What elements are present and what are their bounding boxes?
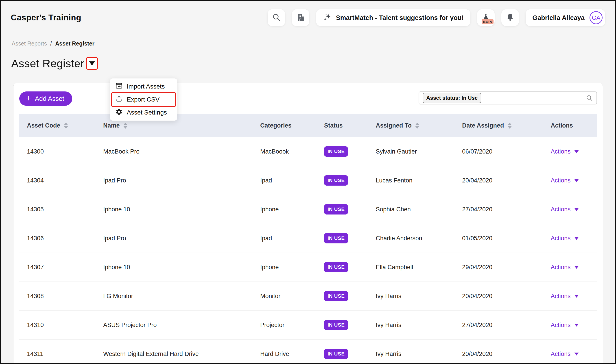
actions-label: Actions — [551, 235, 571, 242]
cell-name: Ipad Pro — [103, 177, 260, 184]
table-row: 14307Iphone 10IphoneIN USEElla Campbell2… — [19, 253, 597, 282]
import-icon — [115, 82, 123, 91]
add-asset-button[interactable]: + Add Asset — [19, 91, 72, 106]
sort-icon[interactable] — [508, 123, 512, 129]
filter-chip[interactable]: Asset status: In Use — [423, 93, 481, 103]
smartmatch-label: SmartMatch - Talent suggestions for you! — [336, 14, 464, 22]
topbar-actions: SmartMatch - Talent suggestions for you!… — [268, 9, 605, 26]
labs-button[interactable]: BETA — [477, 9, 495, 26]
row-actions-button[interactable]: Actions — [551, 235, 597, 242]
row-actions-button[interactable]: Actions — [551, 206, 597, 213]
menu-item-label: Import Assets — [127, 83, 165, 90]
sparkles-icon — [323, 13, 332, 23]
table-row: 14304Ipad ProIpadIN USELucas Fenton20/04… — [19, 166, 597, 195]
table-row: 14300MacBook ProMacBoookIN USESylvain Ga… — [19, 137, 597, 166]
cell-date-assigned: 01/05/2020 — [462, 235, 551, 242]
topbar: Casper's Training SmartMatch - Talent su… — [1, 1, 615, 35]
column-header-date-assigned[interactable]: Date Assigned — [462, 122, 551, 129]
menu-item-export-csv[interactable]: Export CSV — [110, 93, 177, 106]
cell-date-assigned: 20/04/2020 — [462, 177, 551, 184]
cell-assigned-to: Ivy Harris — [376, 351, 462, 358]
actions-label: Actions — [551, 206, 571, 213]
beta-badge: BETA — [482, 19, 494, 24]
menu-item-import-assets[interactable]: Import Assets — [110, 80, 177, 93]
asset-register-card: + Add Asset Asset status: In Use Asset C… — [13, 83, 603, 363]
cell-name: Iphone 10 — [103, 206, 260, 213]
cell-date-assigned: 06/07/2020 — [462, 148, 551, 155]
sort-icon[interactable] — [64, 123, 68, 129]
row-actions-button[interactable]: Actions — [551, 148, 597, 155]
sort-icon[interactable] — [415, 123, 419, 129]
status-badge: IN USE — [324, 291, 348, 301]
cell-date-assigned: 27/04/2020 — [462, 322, 551, 329]
cell-assigned-to: Sophia Chen — [376, 206, 462, 213]
cell-status: IN USE — [324, 320, 376, 330]
cell-asset-code: 14304 — [27, 177, 103, 184]
cell-status: IN USE — [324, 233, 376, 243]
status-badge: IN USE — [324, 349, 348, 359]
bell-icon — [506, 13, 515, 23]
company-switcher-button[interactable] — [292, 9, 309, 26]
chevron-down-icon — [574, 208, 579, 211]
chevron-down-icon — [574, 150, 579, 153]
cell-assigned-to: Ivy Harris — [376, 293, 462, 300]
chevron-down-icon — [574, 295, 579, 298]
cell-status: IN USE — [324, 291, 376, 301]
cell-name: MacBook Pro — [103, 148, 260, 155]
cell-asset-code: 14300 — [27, 148, 103, 155]
status-badge: IN USE — [324, 146, 348, 157]
title-dropdown-menu: Import AssetsExport CSVAsset Settings — [110, 78, 177, 121]
column-label: Categories — [260, 122, 292, 129]
table-body: 14300MacBook ProMacBoookIN USESylvain Ga… — [13, 137, 603, 363]
chevron-down-icon — [574, 324, 579, 326]
plus-icon: + — [26, 93, 31, 103]
column-label: Assigned To — [376, 122, 412, 129]
column-label: Status — [324, 122, 343, 129]
user-menu-button[interactable]: Gabriella Alicaya GA — [526, 9, 605, 26]
row-actions-button[interactable]: Actions — [551, 322, 597, 329]
actions-label: Actions — [551, 293, 571, 300]
search-icon — [586, 94, 593, 102]
cell-status: IN USE — [324, 262, 376, 272]
breadcrumb-parent[interactable]: Asset Reports — [12, 40, 47, 47]
sort-icon[interactable] — [123, 123, 127, 129]
column-header-name[interactable]: Name — [103, 122, 260, 129]
cell-name: Iphone 10 — [103, 264, 260, 271]
status-badge: IN USE — [324, 320, 348, 330]
column-header-asset-code[interactable]: Asset Code — [27, 122, 103, 129]
search-button[interactable] — [268, 9, 285, 26]
cell-status: IN USE — [324, 349, 376, 359]
actions-label: Actions — [551, 177, 571, 184]
cell-name: ASUS Projector Pro — [103, 322, 260, 329]
column-label: Actions — [551, 122, 573, 129]
title-menu-toggle[interactable] — [86, 57, 98, 70]
column-header-actions: Actions — [551, 122, 597, 129]
table-row: 14308LG MonitorMonitorIN USEIvy Harris20… — [19, 282, 597, 311]
cell-name: LG Monitor — [103, 293, 260, 300]
export-icon — [115, 95, 123, 104]
status-badge: IN USE — [324, 175, 348, 186]
menu-item-label: Asset Settings — [127, 109, 167, 116]
app-window: Casper's Training SmartMatch - Talent su… — [0, 0, 616, 364]
cell-asset-code: 14305 — [27, 206, 103, 213]
menu-item-asset-settings[interactable]: Asset Settings — [110, 106, 177, 119]
cell-asset-code: 14306 — [27, 235, 103, 242]
cell-category: Projector — [260, 322, 324, 329]
row-actions-button[interactable]: Actions — [551, 177, 597, 184]
row-actions-button[interactable]: Actions — [551, 351, 597, 358]
column-label: Date Assigned — [462, 122, 504, 129]
row-actions-button[interactable]: Actions — [551, 293, 597, 300]
user-name: Gabriella Alicaya — [532, 14, 585, 22]
column-header-assigned-to[interactable]: Assigned To — [376, 122, 462, 129]
actions-label: Actions — [551, 264, 571, 271]
column-header-categories: Categories — [260, 122, 324, 129]
asset-filter-input[interactable]: Asset status: In Use — [419, 91, 597, 104]
row-actions-button[interactable]: Actions — [551, 264, 597, 271]
cell-assigned-to: Lucas Fenton — [376, 177, 462, 184]
smartmatch-button[interactable]: SmartMatch - Talent suggestions for you! — [316, 9, 470, 26]
cell-category: MacBoook — [260, 148, 324, 155]
cell-date-assigned: 20/04/2020 — [462, 293, 551, 300]
actions-label: Actions — [551, 351, 571, 358]
cell-date-assigned: 27/04/2020 — [462, 206, 551, 213]
notifications-button[interactable] — [501, 9, 519, 26]
